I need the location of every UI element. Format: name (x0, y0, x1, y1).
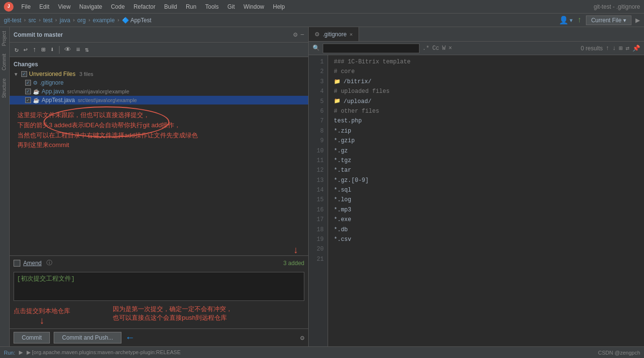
annotation-first: 因为是第一次提交，确定一定不会有冲突， (113, 305, 232, 313)
search-down-icon[interactable]: ↓ (613, 45, 616, 52)
commit-gear-icon[interactable]: ⚙ (300, 334, 304, 342)
annotation-push-area: 因为是第一次提交，确定一定不会有冲突， 也可以直接点这个会直接push到远程仓库 (74, 305, 232, 322)
menu-refactor[interactable]: Refactor (130, 2, 159, 11)
appjava-path: src\main\java\org\example (67, 89, 129, 94)
chevron-down-icon: ▾ (623, 17, 626, 24)
menu-git[interactable]: Git (224, 2, 239, 11)
menu-tools[interactable]: Tools (201, 2, 223, 11)
folder-icon: 📁 (334, 77, 341, 87)
changes-section: Changes ▼ Unversioned Files 3 files ⚙ .g… (10, 57, 308, 246)
menu-edit[interactable]: Edit (35, 2, 53, 11)
download-icon[interactable]: ⬇ (49, 45, 55, 55)
breadcrumb-src[interactable]: src (29, 17, 36, 24)
search-case-icon[interactable]: Cc (432, 45, 439, 52)
list-icon[interactable]: ≡ (75, 45, 81, 55)
commit-title: Commit to master (14, 31, 293, 38)
status-run-label: Run: (4, 350, 15, 356)
search-replace-icon[interactable]: ⇄ (626, 45, 629, 52)
eye-icon[interactable]: 👁 (63, 45, 72, 55)
menu-view[interactable]: View (54, 2, 75, 11)
undo-icon[interactable]: ↩ (22, 45, 28, 55)
search-up-icon[interactable]: ↑ (606, 45, 610, 52)
unversioned-label: Unversioned Files (29, 71, 75, 77)
down-arrow-icon: ↓ (39, 315, 45, 327)
breadcrumb-apptest[interactable]: 🔷 AppTest (122, 17, 151, 24)
blue-arrow-icon: ← (127, 332, 133, 343)
annotation-text-4: 再到这里来commit (17, 140, 300, 150)
copy-icon[interactable]: ⊞ (40, 45, 46, 55)
forward-icon[interactable]: ▶ (635, 15, 640, 25)
search-regex-icon[interactable]: .* (422, 45, 429, 52)
status-bar: Run: ▶ ▶ [org.apache.maven.plugins:maven… (0, 346, 644, 358)
folder-icon: 📁 (334, 97, 341, 106)
search-filter-icon[interactable]: ⊞ (619, 45, 623, 52)
menu-help[interactable]: Help (269, 2, 289, 11)
gitignore-checkbox[interactable] (25, 80, 31, 86)
sidebar-label-commit[interactable]: Commit (0, 50, 9, 74)
menu-run[interactable]: Run (182, 2, 200, 11)
settings-icon[interactable]: ⚙ (293, 30, 297, 39)
file-apptestjava[interactable]: ☕ AppTest.java src\test\java\org\example (10, 96, 308, 104)
unversioned-group[interactable]: ▼ Unversioned Files 3 files (10, 70, 308, 78)
java-test-file-icon: ☕ (33, 97, 40, 104)
code-content: ### 1C-Bitrix template# core📁/bitrix/# u… (328, 55, 644, 346)
annotation-text-2: 下面的箭头3 added表示IDEA会自动帮你执行git add操作， (17, 120, 300, 131)
tree-arrow-down: ▼ (14, 72, 19, 77)
search-word-icon[interactable]: W (442, 45, 446, 52)
refresh-icon[interactable]: ↻ (14, 45, 19, 55)
amend-checkbox[interactable] (14, 260, 20, 267)
breadcrumb-bar: git-test › src › test › java › org › exa… (0, 14, 644, 27)
editor-search-input[interactable] (323, 44, 419, 53)
appjava-checkbox[interactable] (25, 89, 31, 94)
file-gitignore[interactable]: ⚙ .gitignore (10, 78, 308, 87)
breadcrumb-org[interactable]: org (77, 17, 86, 24)
breadcrumb-test[interactable]: test (43, 17, 52, 24)
gitignore-name: .gitignore (40, 79, 63, 86)
arrow-annotation-area: ↓ (10, 246, 308, 255)
update-icon[interactable]: ↑ (577, 16, 582, 25)
arrow-left-area: 点击提交到本地仓库 ↓ (14, 305, 70, 327)
breadcrumb-right-controls: 👤▾ ↑ Current File ▾ ▶ (559, 15, 640, 25)
menu-build[interactable]: Build (160, 2, 181, 11)
current-file-button[interactable]: Current File ▾ (586, 15, 632, 25)
amend-label: Amend (23, 260, 42, 267)
move-icon[interactable]: ↑ (31, 45, 37, 55)
commit-panel: Commit to master ⚙ − ↻ ↩ ↑ ⊞ ⬇ 👁 ≡ ⇅ Cha… (10, 27, 309, 346)
minimize-icon[interactable]: − (300, 31, 304, 39)
app-icon: J (4, 2, 14, 12)
tab-close-icon[interactable]: × (349, 31, 352, 37)
menu-file[interactable]: File (17, 2, 34, 11)
csdn-label: CSDN @zengpch (598, 350, 640, 356)
unversioned-count: 3 files (79, 71, 93, 77)
unversioned-checkbox[interactable] (21, 71, 27, 77)
commit-and-push-button[interactable]: Commit and Push... (54, 332, 121, 343)
commit-header: Commit to master ⚙ − (10, 27, 308, 43)
breadcrumb-git-test[interactable]: git-test (4, 17, 21, 24)
tab-gitignore-label: .gitignore (323, 31, 346, 38)
side-labels: Project Commit Structure (0, 27, 10, 346)
git-file-icon: ⚙ (33, 80, 38, 86)
menu-code[interactable]: Code (107, 2, 129, 11)
tab-gitignore[interactable]: ⚙ .gitignore × (309, 27, 359, 41)
annotation-push-text: 也可以直接点这个会直接push到远程仓库 (113, 313, 232, 322)
commit-message-input[interactable]: [初次提交工程文件] (14, 272, 304, 301)
search-close-icon[interactable]: × (449, 45, 452, 52)
apptestjava-checkbox[interactable] (25, 97, 31, 103)
menu-navigate[interactable]: Navigate (75, 2, 106, 11)
sidebar-label-project[interactable]: Project (0, 27, 9, 50)
sidebar-label-structure[interactable]: Structure (0, 75, 9, 102)
menu-window[interactable]: Window (240, 2, 268, 11)
breadcrumb-example[interactable]: example (93, 17, 115, 24)
breadcrumb-java[interactable]: java (60, 17, 70, 24)
file-appjava[interactable]: ☕ App.java src\main\java\org\example (10, 87, 308, 96)
person-icon[interactable]: 👤▾ (559, 15, 573, 25)
commit-button[interactable]: Commit (14, 332, 50, 343)
commit-header-icons: ⚙ − (293, 30, 304, 39)
editor-content: 123456789101112131415161718192021 ### 1C… (309, 55, 644, 346)
expand-icon[interactable]: ⇅ (84, 45, 90, 55)
commit-toolbar: ↻ ↩ ↑ ⊞ ⬇ 👁 ≡ ⇅ (10, 43, 308, 57)
search-glass-icon: 🔍 (313, 45, 320, 52)
added-badge: 3 added (284, 260, 304, 267)
search-pin-icon[interactable]: 📌 (632, 45, 640, 52)
annotation-area: 这里提示文件未跟踪，但也可以直接选择提交， 下面的箭头3 added表示IDEA… (10, 104, 308, 154)
